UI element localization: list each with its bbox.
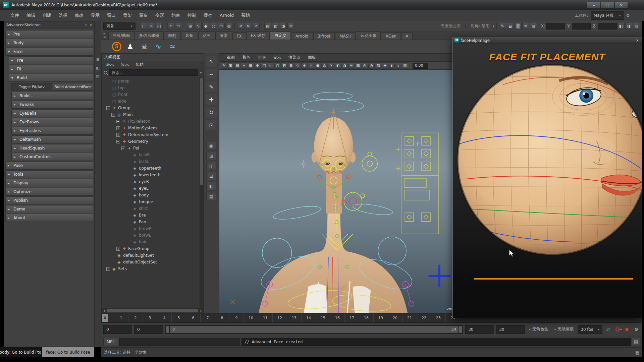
- undo-icon[interactable]: ↶: [167, 23, 174, 29]
- menu-item[interactable]: 文件: [7, 10, 23, 21]
- outliner-item-borwl[interactable]: ◈ borwL: [102, 232, 204, 239]
- outliner-menu[interactable]: 帮助: [132, 62, 147, 67]
- panel-close-icon[interactable]: ×: [90, 23, 92, 27]
- expand-toggle[interactable]: +: [116, 126, 120, 130]
- menu-icon[interactable]: ≡: [103, 36, 106, 39]
- shelf-tab[interactable]: 运动图形: [356, 32, 381, 40]
- camera-lock-icon[interactable]: ▣: [227, 62, 234, 69]
- viewport-menu[interactable]: 着色: [239, 55, 254, 60]
- smooth-shade-icon[interactable]: ●: [315, 62, 321, 69]
- persp-uv-layout-icon[interactable]: ▤: [206, 192, 216, 200]
- shelf-tab[interactable]: Bifrost: [313, 33, 335, 40]
- outliner-item-shirt[interactable]: ◈ shirt: [102, 205, 204, 212]
- grid-icon[interactable]: ▦: [635, 350, 639, 355]
- select-tool-icon[interactable]: ↖: [206, 56, 217, 67]
- section-face-build[interactable]: ▼ Build: [9, 74, 93, 82]
- status-icon[interactable]: ◒: [507, 23, 514, 29]
- outliner-item-group[interactable]: − ✚ Group: [102, 105, 204, 111]
- section-customcontrols[interactable]: ► CustomControls: [11, 153, 93, 161]
- menu-item[interactable]: 骨架: [119, 10, 136, 21]
- outliner-item-sets[interactable]: + ◉ Sets: [102, 265, 204, 272]
- shelf-tab[interactable]: 雕刻: [164, 32, 181, 40]
- image-plane-icon[interactable]: ▦: [248, 62, 254, 69]
- shelf-tab[interactable]: 自定义: [270, 32, 291, 40]
- new-scene-icon[interactable]: ▢: [140, 23, 147, 29]
- set-key-icon[interactable]: [614, 326, 621, 333]
- menu-item[interactable]: 编辑: [23, 10, 39, 21]
- command-input[interactable]: [119, 338, 240, 346]
- filter-chevron-icon[interactable]: ▾: [200, 71, 202, 74]
- expand-toggle[interactable]: −: [106, 106, 110, 110]
- multisample-icon[interactable]: ▩: [355, 62, 361, 69]
- menu-item[interactable]: 缓存: [200, 10, 216, 21]
- snap-projected-center-icon[interactable]: ◎: [210, 23, 217, 29]
- outliner-menu[interactable]: 展示: [103, 62, 117, 67]
- shelf-tab[interactable]: FX 缓存: [247, 32, 270, 40]
- mel-language-button[interactable]: MEL: [103, 338, 118, 346]
- expand-toggle[interactable]: −: [121, 146, 125, 150]
- xray-icon[interactable]: ▨: [375, 62, 381, 69]
- axis-input[interactable]: [546, 23, 565, 29]
- expand-toggle[interactable]: +: [116, 133, 120, 137]
- section-demo[interactable]: ► Demo: [5, 205, 93, 213]
- expand-toggle[interactable]: −: [111, 113, 115, 117]
- screen-ao-icon[interactable]: ◑: [341, 62, 348, 69]
- single-pane-layout-icon[interactable]: ▣: [206, 142, 216, 150]
- status-icon[interactable]: ✎: [499, 23, 506, 29]
- wireframe-icon[interactable]: ◬: [308, 62, 314, 69]
- cloth-curve-icon[interactable]: ∿: [153, 41, 164, 52]
- range-bar-active[interactable]: 0 30: [170, 326, 459, 333]
- section-face-pre[interactable]: ► Pre: [9, 56, 93, 64]
- advancedskeleton-5-icon[interactable]: 5: [112, 42, 121, 51]
- body-go-to-build-pose-button[interactable]: body: Go to Build Pos: [0, 347, 42, 357]
- outliner-item-top[interactable]: ◫ top: [102, 84, 204, 91]
- menu-item[interactable]: Arnold: [216, 10, 237, 21]
- panel-header[interactable]: AdvancedSkeleton ▫ ×: [4, 21, 94, 28]
- shelf-tab[interactable]: 渲染: [215, 32, 232, 40]
- shelf-tab[interactable]: MASH: [335, 33, 356, 40]
- open-scene-icon[interactable]: ◰: [148, 23, 155, 29]
- auto-keyframe-icon[interactable]: [623, 326, 631, 333]
- scale-tool-icon[interactable]: ⊡: [206, 120, 217, 130]
- gate-mask-icon[interactable]: ◩: [281, 62, 287, 69]
- menu-item[interactable]: 修改: [71, 10, 87, 21]
- menu-item[interactable]: 创建: [39, 10, 55, 21]
- animation-start-field[interactable]: 0: [103, 325, 132, 334]
- field-chart-icon[interactable]: ⊞: [288, 62, 294, 69]
- workspace-settings-icon[interactable]: ⚙: [626, 13, 630, 18]
- expand-toggle[interactable]: +: [116, 120, 120, 123]
- overscan-icon[interactable]: ◰: [261, 62, 267, 69]
- shelf-tab[interactable]: Arnold: [291, 33, 313, 40]
- toggle-tool-settings-icon[interactable]: ◧: [618, 23, 625, 29]
- outliner-item-pan[interactable]: ◈ Pan: [102, 219, 204, 225]
- snap-point-icon[interactable]: ◆: [202, 23, 209, 29]
- outliner-item-defaultlightset[interactable]: ◉ defaultLightSet: [102, 252, 204, 259]
- shelf-tab[interactable]: 多边形建模: [135, 32, 164, 40]
- toggle-attribute-editor-icon[interactable]: ◨: [625, 23, 632, 29]
- outliner-item-lashr[interactable]: ◈ lashR: [102, 152, 204, 158]
- section-about[interactable]: ► About: [5, 214, 93, 222]
- outliner-item-pei[interactable]: − ✚ Pei: [102, 145, 204, 152]
- menu-item[interactable]: 变形: [152, 10, 168, 21]
- range-slider[interactable]: 0 30: [165, 325, 463, 334]
- snap-grid-icon[interactable]: ⊞: [187, 23, 194, 29]
- section-deltamush[interactable]: ► DeltaMush: [11, 135, 93, 143]
- section-eyebrows[interactable]: ► EyeBrows: [11, 118, 93, 126]
- move-tool-icon[interactable]: ✚: [206, 94, 217, 105]
- workspace-dropdown[interactable]: Maya 经典 ▾: [591, 11, 624, 20]
- range-handle-left[interactable]: [166, 326, 169, 333]
- shelf-tab[interactable]: A: [401, 33, 413, 40]
- resolution-gate-icon[interactable]: ◻: [274, 62, 281, 69]
- chevron-down-icon[interactable]: ▾: [103, 33, 106, 36]
- menu-item[interactable]: 窗口: [103, 10, 119, 21]
- viewport-menu[interactable]: 照明: [254, 55, 269, 60]
- outliner-item-front[interactable]: ◫ front: [102, 91, 204, 98]
- fps-menu[interactable]: 30 fps ▾: [578, 325, 602, 334]
- menu-item[interactable]: 约束: [168, 10, 184, 21]
- viewport-menu[interactable]: 显示: [270, 55, 284, 60]
- mannequin-icon[interactable]: ♟: [125, 41, 136, 52]
- dock-pane-icon[interactable]: ⊟: [96, 57, 99, 62]
- status-icon[interactable]: ▒: [515, 23, 522, 29]
- persp-graph-layout-icon[interactable]: ⊟: [206, 172, 216, 180]
- isolate-select-icon[interactable]: ◔: [368, 62, 375, 69]
